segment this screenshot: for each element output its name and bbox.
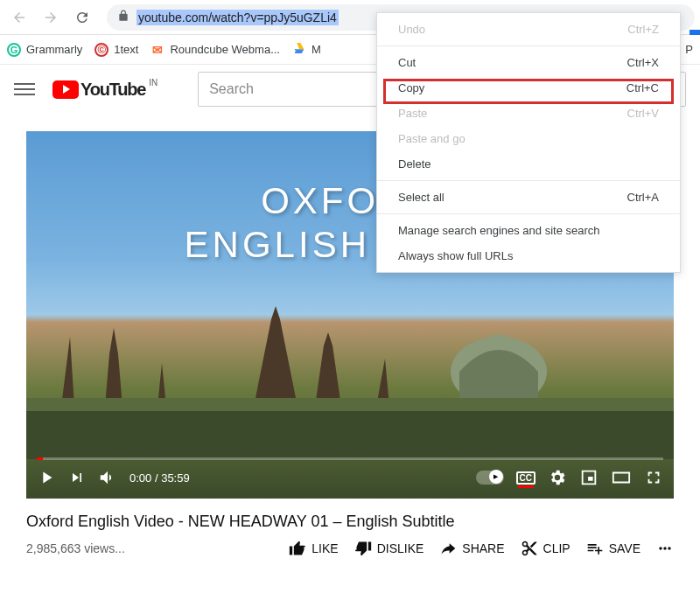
menu-cut[interactable]: CutCtrl+X: [377, 50, 680, 75]
country-code: IN: [149, 78, 158, 87]
reload-icon: [74, 10, 90, 25]
view-count: 2,985,663 views...: [26, 541, 149, 555]
time-display: 0:00 / 35:59: [130, 471, 190, 485]
roundcube-icon: ✉: [150, 43, 164, 57]
menu-copy[interactable]: CopyCtrl+C: [377, 75, 680, 101]
dislike-button[interactable]: DISLIKE: [354, 540, 424, 557]
save-button[interactable]: SAVE: [586, 540, 640, 557]
arrow-right-icon: [43, 10, 59, 25]
lock-icon: [117, 10, 130, 24]
svg-rect-2: [490, 335, 508, 345]
playlist-add-icon: [586, 540, 604, 557]
bookmark-label: M: [312, 43, 321, 56]
share-icon: [439, 540, 457, 557]
thumbs-up-icon: [289, 540, 306, 557]
bookmark-1text[interactable]: © 1text: [94, 43, 138, 57]
menu-select-all[interactable]: Select allCtrl+A: [377, 185, 680, 210]
menu-delete[interactable]: Delete: [377, 151, 680, 177]
play-button[interactable]: [37, 468, 56, 487]
menu-full-urls[interactable]: Always show full URLs: [377, 243, 680, 269]
svg-rect-0: [26, 407, 674, 459]
svg-rect-3: [26, 398, 674, 411]
more-horiz-icon: [656, 540, 674, 557]
bookmark-label: P: [685, 43, 693, 56]
clip-button[interactable]: CLIP: [521, 540, 570, 557]
grammarly-icon: G: [7, 43, 21, 57]
captions-button[interactable]: CC: [516, 471, 536, 485]
video-actions: LIKE DISLIKE SHARE CLIP SAVE: [289, 540, 674, 557]
menu-paste[interactable]: PasteCtrl+V: [377, 101, 680, 126]
theater-button[interactable]: [611, 468, 632, 487]
search-placeholder: Search: [209, 81, 254, 97]
skyline-graphic: [26, 284, 674, 459]
scissors-icon: [521, 540, 538, 557]
bookmark-roundcube[interactable]: ✉ Roundcube Webma...: [150, 43, 280, 57]
volume-button[interactable]: [98, 468, 117, 487]
bookmark-label: 1text: [114, 43, 138, 56]
url-text: youtube.com/watch?v=ppJy5uGZLi4: [136, 10, 339, 25]
youtube-brand-text: YouTube: [80, 80, 145, 100]
like-button[interactable]: LIKE: [289, 540, 338, 557]
player-controls: 0:00 / 35:59 CC: [26, 457, 674, 499]
forward-button[interactable]: [37, 3, 65, 31]
settings-button[interactable]: [548, 468, 567, 487]
back-button[interactable]: [5, 3, 33, 31]
bookmark-label: Roundcube Webma...: [170, 43, 280, 56]
bookmark-drive[interactable]: M: [292, 41, 321, 58]
miniplayer-button[interactable]: [579, 468, 598, 487]
more-button[interactable]: [656, 540, 674, 557]
meta-row: 2,985,663 views... LIKE DISLIKE SHARE CL…: [26, 540, 674, 557]
video-metadata: Oxford English Video - NEW HEADWAY 01 – …: [0, 499, 700, 571]
context-menu: UndoCtrl+Z CutCtrl+X CopyCtrl+C PasteCtr…: [376, 12, 681, 273]
share-button[interactable]: SHARE: [439, 540, 504, 557]
youtube-play-icon: [52, 80, 79, 99]
onetext-icon: ©: [94, 43, 108, 57]
bookmark-label: Grammarly: [26, 43, 82, 56]
bookmark-grammarly[interactable]: G Grammarly: [7, 43, 82, 57]
youtube-logo[interactable]: YouTube IN: [52, 80, 145, 100]
drive-icon: [292, 41, 306, 58]
menu-paste-go[interactable]: Paste and go: [377, 126, 680, 151]
reload-button[interactable]: [68, 3, 96, 31]
tab-edge: [690, 30, 700, 35]
arrow-left-icon: [11, 10, 27, 25]
next-button[interactable]: [68, 469, 86, 486]
autoplay-toggle[interactable]: [476, 471, 504, 485]
menu-manage-search[interactable]: Manage search engines and site search: [377, 218, 680, 243]
video-title: Oxford English Video - NEW HEADWAY 01 – …: [26, 513, 674, 531]
thumbs-down-icon: [354, 540, 372, 557]
fullscreen-button[interactable]: [644, 468, 663, 487]
menu-button[interactable]: [14, 79, 35, 100]
menu-undo[interactable]: UndoCtrl+Z: [377, 17, 680, 42]
